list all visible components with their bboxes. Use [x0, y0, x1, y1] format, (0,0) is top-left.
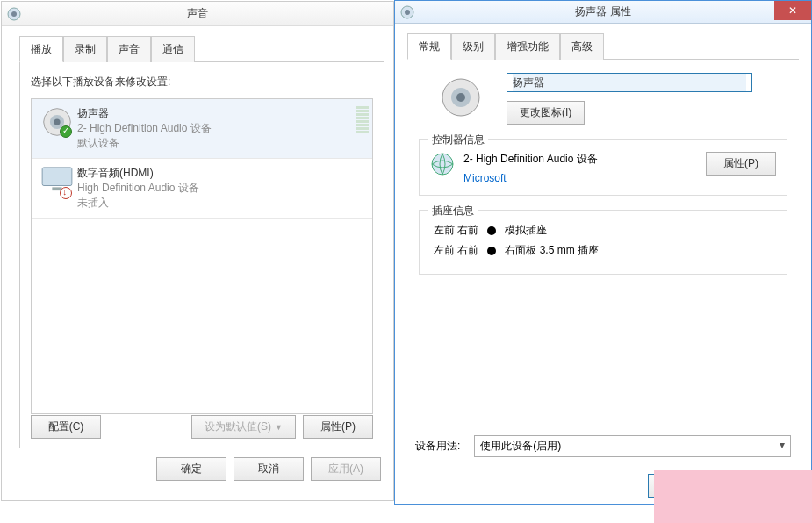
- controller-info-group: 控制器信息 2- High Definition Audio 设备 Micros…: [419, 139, 787, 196]
- usage-label: 设备用法:: [415, 439, 460, 454]
- sound-window: 声音 播放 录制 声音 通信 选择以下播放设备来修改设置: 扬声器 2- Hig…: [1, 1, 394, 501]
- configure-button[interactable]: 配置(C): [31, 415, 101, 439]
- controller-properties-button[interactable]: 属性(P): [706, 152, 776, 176]
- cancel-button[interactable]: 取消: [234, 457, 304, 481]
- check-badge-icon: [60, 125, 72, 138]
- unplugged-badge-icon: [60, 187, 72, 199]
- monitor-icon: [37, 166, 77, 211]
- set-default-label: 设为默认值(S): [205, 419, 271, 434]
- tab-levels[interactable]: 级别: [451, 33, 495, 60]
- properties-window-title: 扬声器 属性: [575, 4, 630, 19]
- apply-button[interactable]: 应用(A): [311, 457, 381, 481]
- set-default-button[interactable]: 设为默认值(S) ▼: [191, 415, 296, 439]
- device-identity-row: 更改图标(I): [436, 73, 794, 125]
- jack-row: 左前 右前 模拟插座: [434, 223, 776, 238]
- jack-info-group: 插座信息 左前 右前 模拟插座 左前 右前 右面板 3.5 mm 插座: [419, 210, 787, 275]
- device-properties-button[interactable]: 属性(P): [303, 415, 373, 439]
- svg-point-8: [405, 10, 410, 15]
- device-item-hdmi[interactable]: 数字音频(HDMI) High Definition Audio 设备 未插入: [32, 159, 372, 219]
- properties-tabs: 常规 级别 增强功能 高级: [407, 32, 799, 60]
- controller-name: 2- High Definition Audio 设备: [463, 152, 697, 167]
- panel-button-row: 配置(C) 设为默认值(S) ▼ 属性(P): [31, 415, 373, 439]
- jack-position: 左前 右前: [434, 243, 478, 258]
- speaker-icon: [37, 106, 77, 151]
- jack-dot-icon: [487, 226, 496, 235]
- tab-general[interactable]: 常规: [407, 33, 451, 60]
- speaker-icon: [436, 73, 485, 122]
- device-sub: 2- High Definition Audio 设备: [77, 121, 367, 136]
- device-list[interactable]: 扬声器 2- High Definition Audio 设备 默认设备 数字音…: [31, 98, 373, 414]
- device-usage-row: 设备用法: 使用此设备(启用): [415, 435, 791, 457]
- device-item-speaker[interactable]: 扬声器 2- High Definition Audio 设备 默认设备: [32, 99, 372, 159]
- controller-vendor-link[interactable]: Microsoft: [463, 172, 697, 184]
- instruction-text: 选择以下播放设备来修改设置:: [31, 75, 373, 90]
- svg-point-4: [54, 118, 60, 125]
- jack-label: 模拟插座: [505, 223, 547, 238]
- properties-titlebar[interactable]: 扬声器 属性 ✕: [395, 1, 811, 24]
- chevron-down-icon: ▼: [275, 423, 283, 432]
- tab-enhancements[interactable]: 增强功能: [495, 33, 560, 60]
- tab-communications[interactable]: 通信: [151, 36, 195, 62]
- decorative-overlay: [654, 470, 812, 523]
- svg-point-12: [432, 154, 453, 175]
- svg-rect-5: [42, 168, 72, 186]
- controller-legend: 控制器信息: [428, 133, 488, 147]
- speaker-icon: [7, 7, 21, 21]
- jack-row: 左前 右前 右面板 3.5 mm 插座: [434, 243, 776, 258]
- device-sub: High Definition Audio 设备: [77, 181, 367, 196]
- globe-icon: [430, 152, 455, 179]
- jack-legend: 插座信息: [428, 204, 478, 219]
- device-status: 默认设备: [77, 136, 367, 151]
- change-icon-button[interactable]: 更改图标(I): [507, 101, 585, 125]
- usage-selected-value: 使用此设备(启用): [480, 440, 561, 452]
- level-meter: [356, 106, 369, 133]
- properties-window: 扬声器 属性 ✕ 常规 级别 增强功能 高级 更改图标(I) 控制器信息: [394, 0, 812, 505]
- ok-button[interactable]: 确定: [156, 457, 226, 481]
- device-usage-select[interactable]: 使用此设备(启用): [474, 435, 791, 457]
- general-panel: 更改图标(I) 控制器信息 2- High Definition Audio 设…: [407, 60, 799, 463]
- close-icon: ✕: [788, 4, 797, 17]
- jack-dot-icon: [487, 247, 496, 255]
- jack-label: 右面板 3.5 mm 插座: [505, 243, 599, 258]
- tab-playback[interactable]: 播放: [19, 36, 63, 62]
- sound-tabs: 播放 录制 声音 通信: [19, 35, 384, 62]
- svg-point-11: [456, 93, 465, 102]
- device-name-input[interactable]: [507, 73, 752, 92]
- tab-recording[interactable]: 录制: [63, 36, 107, 62]
- sound-titlebar[interactable]: 声音: [2, 2, 393, 26]
- speaker-icon: [400, 5, 414, 19]
- close-button[interactable]: ✕: [774, 1, 811, 20]
- tab-advanced[interactable]: 高级: [560, 33, 604, 60]
- device-name: 扬声器: [77, 106, 367, 121]
- jack-position: 左前 右前: [434, 223, 478, 238]
- sound-window-title: 声音: [187, 6, 208, 21]
- properties-body: 常规 级别 增强功能 高级 更改图标(I) 控制器信息: [395, 24, 811, 463]
- tab-sounds[interactable]: 声音: [107, 36, 151, 62]
- sound-dialog-footer: 确定 取消 应用(A): [2, 448, 393, 490]
- device-status: 未插入: [77, 196, 367, 211]
- svg-point-1: [11, 11, 17, 17]
- device-name: 数字音频(HDMI): [77, 166, 367, 181]
- playback-panel: 选择以下播放设备来修改设置: 扬声器 2- High Definition Au…: [19, 62, 384, 448]
